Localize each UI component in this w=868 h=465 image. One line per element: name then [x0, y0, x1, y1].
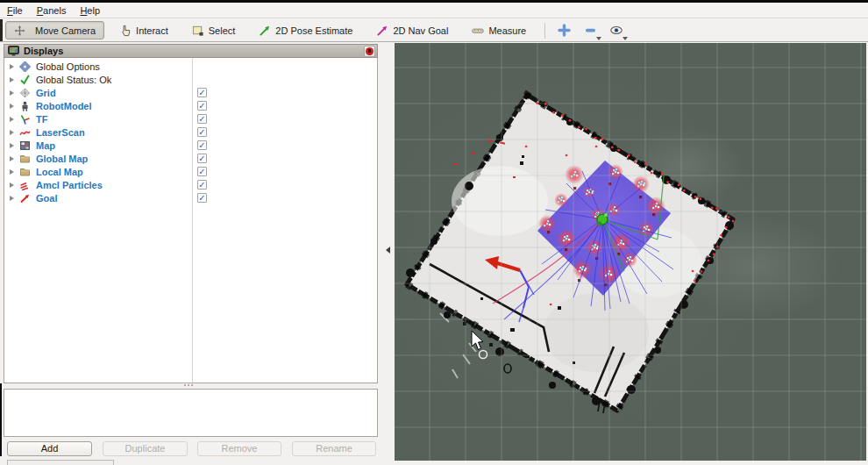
display-row-global-status[interactable]: Global Status: Ok: [4, 73, 377, 86]
expander-icon[interactable]: [10, 169, 14, 175]
selection-description-box: [4, 389, 378, 437]
display-label: LaserScan: [36, 127, 85, 138]
panel-splitter-handle[interactable]: [184, 384, 196, 387]
display-label: RobotModel: [36, 101, 92, 111]
menu-bar: File Panels Help: [0, 3, 868, 18]
display-row-local-map[interactable]: Local Map ✓: [4, 165, 377, 178]
display-row-tf[interactable]: TF ✓: [4, 112, 377, 125]
tool-label: Move Camera: [35, 25, 96, 36]
visibility-checkbox[interactable]: ✓: [197, 127, 207, 137]
measure-tool-button[interactable]: Measure: [463, 21, 535, 39]
expander-icon[interactable]: [10, 156, 14, 161]
display-row-global-map[interactable]: Global Map ✓: [4, 152, 377, 165]
window-left-edge: [0, 19, 3, 41]
expander-icon[interactable]: [10, 104, 14, 109]
display-row-robotmodel[interactable]: RobotModel ✓: [4, 99, 377, 112]
robot-icon: [19, 101, 31, 111]
display-label: Global Map: [36, 154, 88, 164]
tool-label: Interact: [136, 25, 168, 36]
tool-label: Measure: [488, 25, 526, 36]
visibility-checkbox[interactable]: ✓: [197, 101, 207, 111]
display-label: TF: [36, 114, 47, 125]
3d-viewport[interactable]: [395, 43, 866, 461]
display-row-map[interactable]: Map ✓: [4, 139, 377, 152]
duplicate-display-button[interactable]: Duplicate: [103, 441, 188, 456]
display-label: Grid: [36, 88, 56, 98]
plus-icon: [558, 24, 571, 37]
dropdown-caret-icon: [596, 37, 601, 40]
expander-icon[interactable]: [10, 77, 14, 82]
display-label: Goal: [36, 193, 57, 204]
menu-help[interactable]: Help: [80, 5, 100, 16]
display-row-laserscan[interactable]: LaserScan ✓: [4, 125, 377, 139]
particles-icon: [19, 180, 31, 190]
remove-display-button[interactable]: Remove: [197, 441, 281, 456]
move-camera-tool-button[interactable]: Move Camera: [5, 21, 104, 39]
visibility-checkbox[interactable]: ✓: [197, 140, 207, 150]
visibility-checkbox[interactable]: ✓: [197, 180, 207, 190]
displays-panel-icon: [8, 46, 19, 56]
tool-label: 2D Pose Estimate: [275, 25, 352, 36]
display-row-goal[interactable]: Goal ✓: [4, 191, 377, 204]
expander-icon[interactable]: [10, 143, 14, 148]
visibility-checkbox[interactable]: ✓: [197, 88, 207, 97]
dropdown-caret-icon: [623, 37, 628, 40]
remove-tool-button[interactable]: [580, 21, 600, 39]
visibility-checkbox[interactable]: ✓: [197, 193, 207, 203]
laserscan-icon: [19, 127, 31, 138]
display-row-amcl-particles[interactable]: Amcl Particles ✓: [4, 178, 377, 191]
goal-arrow-icon: [19, 193, 31, 204]
add-display-button[interactable]: Add: [7, 441, 92, 456]
panel-close-button[interactable]: [364, 46, 375, 57]
expander-icon[interactable]: [10, 196, 14, 201]
window-left-edge: [0, 383, 2, 456]
interact-tool-button[interactable]: Interact: [110, 21, 177, 39]
expander-icon[interactable]: [10, 117, 14, 122]
pose-estimate-tool-button[interactable]: 2D Pose Estimate: [250, 21, 361, 39]
visibility-checkbox[interactable]: ✓: [197, 114, 207, 124]
displays-tree[interactable]: Global Options Global Status: Ok Grid ✓: [4, 58, 378, 383]
display-label: Global Options: [36, 61, 100, 72]
tf-axes-icon: [19, 114, 31, 125]
displays-panel-title: Displays: [24, 46, 63, 56]
display-label: Local Map: [36, 167, 83, 177]
display-row-grid[interactable]: Grid ✓: [4, 86, 377, 99]
interact-hand-icon: [119, 25, 132, 37]
menu-file[interactable]: File: [7, 5, 23, 16]
tool-visibility-button[interactable]: [607, 21, 626, 39]
minus-icon: [584, 24, 597, 37]
panel-collapse-arrow[interactable]: [386, 247, 390, 254]
tool-label: Select: [209, 25, 236, 36]
folder-icon: [19, 154, 31, 164]
eye-icon: [609, 24, 623, 37]
gear-icon: [19, 61, 31, 72]
folder-icon: [19, 167, 31, 177]
display-label: Amcl Particles: [36, 180, 103, 190]
toolbar: Move Camera Interact Select 2D Pose Esti…: [0, 19, 868, 42]
move-camera-icon: [14, 25, 25, 36]
display-label: Global Status: Ok: [36, 75, 111, 85]
displays-panel-header[interactable]: Displays: [4, 44, 378, 58]
select-tool-button[interactable]: Select: [183, 21, 245, 39]
measure-icon: [472, 25, 484, 37]
nav-goal-tool-button[interactable]: 2D Nav Goal: [367, 21, 457, 39]
status-ok-check-icon: [19, 75, 31, 85]
select-box-icon: [192, 25, 204, 37]
rename-display-button[interactable]: Rename: [292, 441, 376, 456]
expander-icon[interactable]: [10, 90, 14, 96]
time-panel-partial: [7, 460, 114, 465]
expander-icon[interactable]: [10, 130, 14, 135]
tool-label: 2D Nav Goal: [393, 25, 448, 36]
expander-icon[interactable]: [10, 182, 14, 188]
menu-panels[interactable]: Panels: [37, 5, 67, 16]
expander-icon[interactable]: [10, 64, 14, 69]
display-row-global-options[interactable]: Global Options: [4, 60, 377, 73]
map-icon: [19, 140, 31, 151]
grid-icon: [19, 88, 31, 98]
nav-goal-arrow-icon: [376, 25, 388, 37]
visibility-checkbox[interactable]: ✓: [197, 167, 207, 176]
close-icon: [366, 47, 374, 55]
visibility-checkbox[interactable]: ✓: [197, 154, 207, 163]
add-tool-button[interactable]: [554, 21, 573, 39]
toolbar-separator: [544, 23, 545, 39]
